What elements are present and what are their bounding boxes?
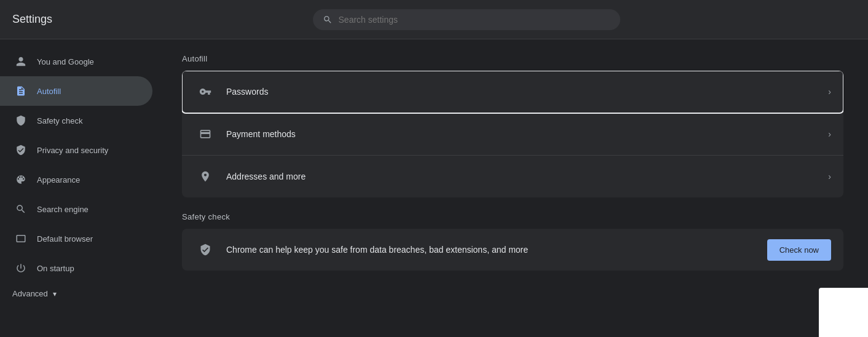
payment-methods-label: Payment methods bbox=[226, 129, 828, 139]
addresses-chevron-icon: › bbox=[828, 172, 831, 181]
safety-check-description: Chrome can help keep you safe from data … bbox=[226, 245, 767, 255]
autofill-card: Passwords › Payment methods › bbox=[182, 71, 843, 197]
passwords-chevron-icon: › bbox=[828, 87, 831, 97]
body-layout: You and Google Autofill Safety check bbox=[0, 39, 868, 337]
search-icon bbox=[323, 14, 333, 25]
addresses-label: Addresses and more bbox=[226, 172, 828, 181]
sidebar: You and Google Autofill Safety check bbox=[0, 39, 157, 337]
sidebar-label-safety-check: Safety check bbox=[37, 116, 82, 125]
addresses-row[interactable]: Addresses and more › bbox=[182, 156, 843, 197]
card-icon bbox=[194, 123, 216, 145]
browser-icon bbox=[12, 230, 30, 247]
power-icon bbox=[12, 260, 30, 277]
payment-methods-row[interactable]: Payment methods › bbox=[182, 113, 843, 156]
sidebar-item-appearance[interactable]: Appearance bbox=[0, 165, 152, 194]
location-icon bbox=[194, 165, 216, 188]
search-engine-icon bbox=[12, 200, 30, 218]
sidebar-item-on-startup[interactable]: On startup bbox=[0, 253, 152, 283]
autofill-icon bbox=[12, 82, 30, 100]
sidebar-item-safety-check[interactable]: Safety check bbox=[0, 106, 152, 135]
passwords-label: Passwords bbox=[226, 87, 828, 97]
sidebar-item-privacy-and-security[interactable]: Privacy and security bbox=[0, 135, 152, 165]
sidebar-label-default-browser: Default browser bbox=[37, 234, 93, 244]
sidebar-item-advanced[interactable]: Advanced ▾ bbox=[0, 283, 157, 304]
safety-check-row: Chrome can help keep you safe from data … bbox=[182, 229, 843, 271]
settings-title: Settings bbox=[12, 13, 52, 26]
sidebar-label-on-startup: On startup bbox=[37, 264, 74, 273]
overlay-corner bbox=[819, 288, 868, 337]
check-now-button[interactable]: Check now bbox=[767, 239, 831, 261]
main-content: Autofill Passwords › Paymen bbox=[157, 39, 868, 337]
sidebar-advanced-label: Advanced bbox=[12, 289, 48, 298]
header: Settings bbox=[0, 0, 868, 39]
sidebar-item-default-browser[interactable]: Default browser bbox=[0, 224, 152, 253]
shield-icon bbox=[12, 112, 30, 129]
sidebar-label-autofill: Autofill bbox=[37, 87, 61, 96]
passwords-row[interactable]: Passwords › bbox=[182, 71, 843, 113]
sidebar-label-privacy-and-security: Privacy and security bbox=[37, 146, 108, 155]
payment-methods-chevron-icon: › bbox=[828, 129, 831, 139]
person-icon bbox=[12, 53, 30, 70]
key-icon bbox=[194, 81, 216, 103]
safety-shield-icon bbox=[194, 239, 216, 261]
search-bar[interactable] bbox=[313, 9, 620, 30]
safety-check-section-title: Safety check bbox=[182, 212, 843, 221]
sidebar-label-appearance: Appearance bbox=[37, 175, 80, 184]
shield-check-icon bbox=[12, 141, 30, 159]
sidebar-label-search-engine: Search engine bbox=[37, 205, 89, 214]
search-input[interactable] bbox=[339, 15, 610, 25]
sidebar-label-you-and-google: You and Google bbox=[37, 57, 94, 66]
chevron-down-icon: ▾ bbox=[53, 290, 57, 298]
sidebar-item-you-and-google[interactable]: You and Google bbox=[0, 47, 152, 76]
palette-icon bbox=[12, 171, 30, 188]
sidebar-item-autofill[interactable]: Autofill bbox=[0, 76, 152, 106]
autofill-section-title: Autofill bbox=[182, 54, 843, 63]
sidebar-item-search-engine[interactable]: Search engine bbox=[0, 194, 152, 224]
